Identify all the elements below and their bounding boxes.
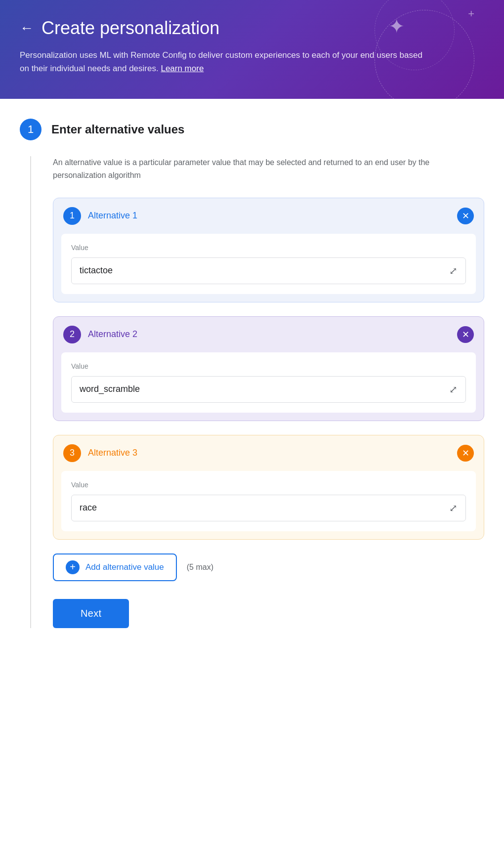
add-alternative-button[interactable]: + Add alternative value xyxy=(53,553,177,581)
page-title: Create personalization xyxy=(42,18,219,39)
add-alternative-row: + Add alternative value (5 max) xyxy=(53,553,484,581)
step-badge: 1 xyxy=(20,119,42,140)
alt-2-close-button[interactable]: ✕ xyxy=(457,326,474,343)
add-alternative-label: Add alternative value xyxy=(85,562,164,572)
alt-1-expand-icon[interactable]: ⤢ xyxy=(449,265,458,277)
alt-3-expand-icon[interactable]: ⤢ xyxy=(449,502,458,514)
page-header: ✦ + ← Create personalization Personaliza… xyxy=(0,0,504,99)
alt-1-label: Alternative 1 xyxy=(88,211,137,221)
alt-card-3-header-left: 3 Alternative 3 xyxy=(63,444,137,462)
alt-1-number-badge: 1 xyxy=(63,207,81,225)
alt-2-value-label: Value xyxy=(71,362,466,370)
alt-3-close-button[interactable]: ✕ xyxy=(457,445,474,462)
alt-2-expand-icon[interactable]: ⤢ xyxy=(449,383,458,395)
alt-2-label: Alternative 2 xyxy=(88,329,137,340)
alternative-card-1: 1 Alternative 1 ✕ Value ⤢ xyxy=(53,198,484,302)
alt-3-body: Value ⤢ xyxy=(61,471,476,531)
plus-circle-icon: + xyxy=(66,560,80,574)
alt-1-input-row: ⤢ xyxy=(71,257,466,284)
alt-3-value-input[interactable] xyxy=(80,503,445,513)
alt-1-value-input[interactable] xyxy=(80,265,445,276)
step-header: 1 Enter alternative values xyxy=(20,119,484,140)
alt-3-input-row: ⤢ xyxy=(71,495,466,521)
alt-2-value-input[interactable] xyxy=(80,384,445,394)
alt-2-body: Value ⤢ xyxy=(61,352,476,413)
step-description: An alternative value is a particular par… xyxy=(53,156,484,181)
alt-1-close-button[interactable]: ✕ xyxy=(457,208,474,224)
alt-card-2-header-left: 2 Alternative 2 xyxy=(63,326,137,343)
alt-2-input-row: ⤢ xyxy=(71,376,466,403)
header-description: Personalization uses ML with Remote Conf… xyxy=(20,48,425,75)
alt-card-2-header: 2 Alternative 2 ✕ xyxy=(53,317,484,352)
alt-3-value-label: Value xyxy=(71,481,466,489)
learn-more-link[interactable]: Learn more xyxy=(161,64,204,73)
alt-3-label: Alternative 3 xyxy=(88,448,137,458)
alt-1-value-label: Value xyxy=(71,244,466,252)
star-decoration-1: ✦ xyxy=(388,15,405,38)
next-button[interactable]: Next xyxy=(53,599,129,628)
alt-2-number-badge: 2 xyxy=(63,326,81,343)
main-content: 1 Enter alternative values An alternativ… xyxy=(0,99,504,850)
alternative-card-2: 2 Alternative 2 ✕ Value ⤢ xyxy=(53,316,484,421)
max-label: (5 max) xyxy=(187,563,213,572)
step-title: Enter alternative values xyxy=(51,123,184,136)
alt-3-number-badge: 3 xyxy=(63,444,81,462)
back-arrow-icon[interactable]: ← xyxy=(20,21,34,35)
alt-card-1-header: 1 Alternative 1 ✕ xyxy=(53,198,484,234)
alt-1-body: Value ⤢ xyxy=(61,234,476,294)
header-back-row: ← Create personalization xyxy=(20,18,484,39)
step-content: An alternative value is a particular par… xyxy=(30,156,484,628)
star-decoration-2: + xyxy=(468,7,474,20)
alt-card-1-header-left: 1 Alternative 1 xyxy=(63,207,137,225)
alt-card-3-header: 3 Alternative 3 ✕ xyxy=(53,435,484,471)
alternative-card-3: 3 Alternative 3 ✕ Value ⤢ xyxy=(53,435,484,540)
